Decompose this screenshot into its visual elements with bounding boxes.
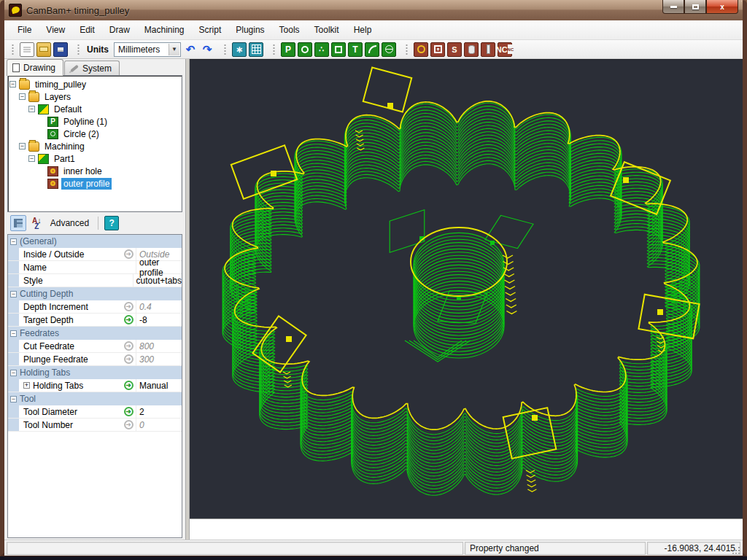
mop-lathe-icon[interactable] — [481, 42, 495, 57]
value-inherited-icon[interactable]: ➜ — [124, 354, 133, 364]
viewport-3d[interactable] — [190, 59, 743, 518]
property-row-holding-tabs[interactable]: +Holding Tabs➜Manual — [8, 379, 182, 392]
mop-engrave-icon[interactable]: S — [447, 42, 462, 57]
value-inherited-icon[interactable]: ➜ — [124, 420, 133, 429]
draw-polyline-icon[interactable]: P — [281, 42, 295, 57]
property-value[interactable]: -8 — [136, 314, 182, 326]
draw-points-icon[interactable]: ∴ — [314, 42, 329, 57]
expand-icon[interactable]: + — [23, 382, 30, 389]
mop-profile-icon[interactable] — [414, 42, 428, 57]
title-bar[interactable]: CamBam+ timing_pulley x — [4, 0, 743, 20]
open-file-icon[interactable] — [36, 42, 51, 57]
section-feedrates[interactable]: −Feedrates — [8, 327, 182, 340]
edit-points-icon[interactable]: ∗ — [232, 42, 247, 57]
value-inherited-icon[interactable]: ➜ — [124, 302, 133, 311]
tree-item-circle-2-[interactable]: Circle (2) — [9, 128, 182, 140]
collapse-icon[interactable]: − — [10, 330, 17, 337]
tree-item-outer-profile[interactable]: outer profile — [9, 177, 182, 190]
tree-expander-icon[interactable]: − — [19, 143, 26, 149]
minimize-button[interactable] — [662, 0, 684, 14]
new-file-icon[interactable] — [20, 42, 34, 57]
advanced-button[interactable]: Advanced — [47, 217, 92, 230]
categorized-view-button[interactable] — [10, 215, 26, 231]
collapse-icon[interactable]: − — [10, 291, 17, 298]
tab-drawing[interactable]: Drawing — [7, 59, 63, 76]
tree-item-default[interactable]: −Default — [9, 103, 182, 115]
grid-toggle-icon[interactable] — [249, 42, 263, 57]
collapse-icon[interactable]: − — [10, 396, 17, 402]
menu-tools[interactable]: Tools — [272, 22, 307, 38]
tree-expander-icon[interactable]: − — [9, 81, 16, 88]
tree-item-polyline-1-[interactable]: PPolyline (1) — [9, 115, 182, 128]
mop-gcode-icon[interactable]: NCNC — [498, 42, 512, 57]
menu-file[interactable]: File — [10, 22, 39, 38]
collapse-icon[interactable]: − — [10, 370, 17, 376]
section-tool[interactable]: −Tool — [8, 392, 182, 405]
toolbar-grip[interactable] — [273, 44, 275, 55]
toolbar-grip[interactable] — [12, 44, 14, 55]
tree-expander-icon[interactable]: − — [19, 93, 26, 100]
property-value[interactable]: cutout+tabs — [133, 274, 182, 287]
mop-drill-icon[interactable] — [464, 42, 479, 57]
property-row-plunge-feedrate[interactable]: Plunge Feedrate➜300 — [8, 353, 182, 366]
tab-system[interactable]: System — [64, 61, 120, 76]
tree-item-layers[interactable]: −Layers — [9, 90, 182, 103]
property-row-tool-diameter[interactable]: Tool Diameter➜2 — [8, 405, 182, 419]
draw-rectangle-icon[interactable] — [331, 42, 346, 57]
property-row-cut-feedrate[interactable]: Cut Feedrate➜800 — [8, 340, 182, 353]
sort-alphabetical-button[interactable]: A↓Z — [32, 217, 42, 230]
property-value[interactable]: 0.4 — [136, 300, 182, 313]
tree-expander-icon[interactable]: − — [28, 155, 35, 162]
property-value[interactable]: 300 — [136, 353, 182, 365]
menu-plugins[interactable]: Plugins — [228, 22, 271, 38]
property-value[interactable]: Manual — [136, 379, 182, 392]
menu-view[interactable]: View — [39, 22, 72, 38]
property-value[interactable]: 800 — [136, 340, 182, 352]
value-set-icon[interactable]: ➜ — [124, 315, 133, 324]
redo-icon[interactable]: ↷ — [200, 42, 214, 57]
menu-toolkit[interactable]: Toolkit — [307, 22, 347, 38]
section-holding-tabs[interactable]: −Holding Tabs — [8, 366, 182, 379]
tree-item-inner-hole[interactable]: inner hole — [9, 165, 182, 177]
tree-item-timing-pulley[interactable]: −timing_pulley — [9, 78, 182, 90]
mop-pocket-icon[interactable] — [430, 42, 445, 57]
draw-text-icon[interactable]: T — [348, 42, 363, 57]
collapse-icon[interactable]: − — [10, 238, 17, 245]
undo-icon[interactable]: ↶ — [183, 42, 198, 57]
property-value[interactable]: 0 — [136, 419, 182, 431]
value-set-icon[interactable]: ➜ — [124, 381, 133, 390]
menu-help[interactable]: Help — [347, 22, 379, 38]
section--general-[interactable]: −(General) — [8, 235, 182, 248]
property-row-name[interactable]: Nameouter profile — [8, 261, 182, 274]
toolbar-grip[interactable] — [224, 44, 226, 55]
toolbar-grip[interactable] — [77, 44, 80, 55]
property-grid[interactable]: −(General)Inside / Outside➜OutsideNameou… — [7, 234, 182, 538]
property-value[interactable]: 2 — [136, 405, 182, 418]
property-row-style[interactable]: Stylecutout+tabs — [8, 274, 182, 287]
toolbar-grip[interactable] — [406, 44, 408, 55]
property-value[interactable]: outer profile — [136, 261, 182, 273]
menu-edit[interactable]: Edit — [72, 22, 102, 38]
menu-draw[interactable]: Draw — [102, 22, 137, 38]
menu-script[interactable]: Script — [192, 22, 229, 38]
menu-machining[interactable]: Machining — [137, 22, 192, 38]
close-button[interactable]: x — [706, 0, 738, 14]
value-set-icon[interactable]: ➜ — [124, 407, 133, 416]
property-row-depth-increment[interactable]: Depth Increment➜0.4 — [8, 300, 182, 314]
value-inherited-icon[interactable]: ➜ — [124, 249, 133, 259]
draw-arc-icon[interactable] — [365, 42, 379, 57]
help-button[interactable]: ? — [104, 216, 119, 230]
draw-surface-icon[interactable] — [382, 42, 396, 57]
maximize-button[interactable] — [684, 0, 706, 14]
units-combobox[interactable]: Millimeters▼ — [114, 42, 181, 57]
property-row-target-depth[interactable]: Target Depth➜-8 — [8, 314, 182, 327]
property-row-tool-number[interactable]: Tool Number➜0 — [8, 419, 182, 432]
tree-item-machining[interactable]: −Machining — [9, 140, 182, 152]
value-inherited-icon[interactable]: ➜ — [124, 341, 133, 351]
chevron-down-icon[interactable]: ▼ — [169, 44, 179, 55]
draw-circle-icon[interactable] — [298, 42, 312, 57]
tree-expander-icon[interactable]: − — [28, 106, 35, 112]
save-file-icon[interactable] — [53, 42, 68, 57]
tree-item-part1[interactable]: −Part1 — [9, 152, 182, 165]
drawing-tree[interactable]: −timing_pulley−Layers−DefaultPPolyline (… — [7, 75, 182, 212]
